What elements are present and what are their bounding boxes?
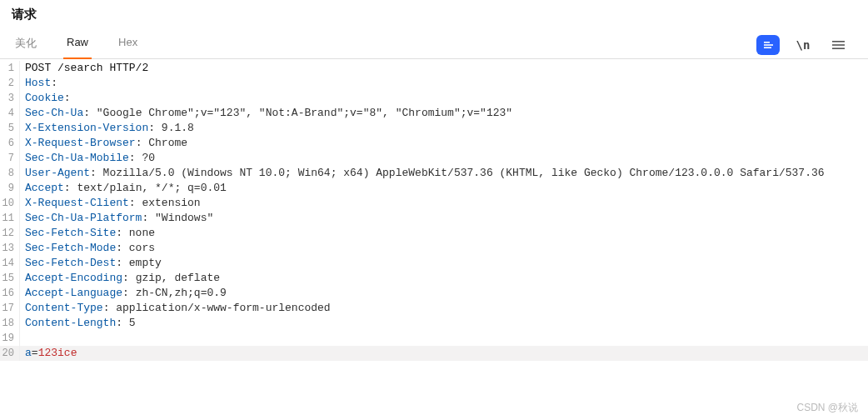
line-content[interactable]: Cookie: [20, 91, 868, 106]
code-line[interactable]: 17Content-Type: application/x-www-form-u… [0, 301, 868, 316]
svg-rect-3 [764, 47, 771, 48]
line-number: 15 [0, 271, 20, 286]
line-number: 6 [0, 136, 20, 151]
line-number: 2 [0, 76, 20, 91]
tab-bar: 美化RawHex \n [0, 26, 868, 59]
code-line[interactable]: 10X-Request-Client: extension [0, 196, 868, 211]
line-number: 8 [0, 166, 20, 181]
line-number: 20 [0, 346, 20, 361]
line-number: 13 [0, 241, 20, 256]
line-content[interactable]: Sec-Fetch-Mode: cors [20, 241, 868, 256]
line-content[interactable]: X-Request-Browser: Chrome [20, 136, 868, 151]
line-number: 12 [0, 226, 20, 241]
tab-raw[interactable]: Raw [63, 31, 92, 59]
line-content[interactable]: X-Extension-Version: 9.1.8 [20, 121, 868, 136]
line-content[interactable]: Content-Type: application/x-www-form-url… [20, 301, 868, 316]
line-number: 7 [0, 151, 20, 166]
line-number: 3 [0, 91, 20, 106]
code-line[interactable]: 7Sec-Ch-Ua-Mobile: ?0 [0, 151, 868, 166]
code-line[interactable]: 9Accept: text/plain, */*; q=0.01 [0, 181, 868, 196]
code-line[interactable]: 11Sec-Ch-Ua-Platform: "Windows" [0, 211, 868, 226]
line-number: 1 [0, 61, 20, 76]
code-line[interactable]: 2Host: [0, 76, 868, 91]
code-line[interactable]: 13Sec-Fetch-Mode: cors [0, 241, 868, 256]
tab-美化[interactable]: 美化 [12, 31, 40, 59]
svg-rect-1 [764, 42, 770, 43]
line-number: 16 [0, 286, 20, 301]
line-number: 4 [0, 106, 20, 121]
menu-icon[interactable] [826, 35, 850, 55]
svg-rect-5 [832, 44, 845, 46]
code-line[interactable]: 3Cookie: [0, 91, 868, 106]
line-content[interactable]: Sec-Ch-Ua: "Google Chrome";v="123", "Not… [20, 106, 868, 121]
line-number: 19 [0, 331, 20, 346]
line-content[interactable]: X-Request-Client: extension [20, 196, 868, 211]
code-line[interactable]: 15Accept-Encoding: gzip, deflate [0, 271, 868, 286]
line-content[interactable]: POST /search HTTP/2 [20, 61, 868, 76]
tabs-container: 美化RawHex [12, 31, 756, 58]
line-content[interactable]: Accept-Language: zh-CN,zh;q=0.9 [20, 286, 868, 301]
code-line[interactable]: 12Sec-Fetch-Site: none [0, 226, 868, 241]
line-content[interactable] [20, 331, 868, 346]
newline-toggle-icon[interactable]: \n [791, 35, 815, 55]
code-line[interactable]: 5X-Extension-Version: 9.1.8 [0, 121, 868, 136]
line-content[interactable]: a=123ice [20, 346, 868, 361]
line-content[interactable]: User-Agent: Mozilla/5.0 (Windows NT 10.0… [20, 166, 868, 181]
line-content[interactable]: Accept-Encoding: gzip, deflate [20, 271, 868, 286]
code-line[interactable]: 14Sec-Fetch-Dest: empty [0, 256, 868, 271]
line-number: 17 [0, 301, 20, 316]
layout-icon[interactable] [756, 35, 780, 55]
svg-rect-6 [832, 48, 845, 49]
code-line[interactable]: 6X-Request-Browser: Chrome [0, 136, 868, 151]
code-editor[interactable]: 1POST /search HTTP/22Host: 3Cookie: 4Sec… [0, 59, 868, 361]
code-line[interactable]: 4Sec-Ch-Ua: "Google Chrome";v="123", "No… [0, 106, 868, 121]
tab-actions: \n [756, 35, 856, 55]
tab-hex[interactable]: Hex [115, 31, 141, 59]
line-content[interactable]: Sec-Fetch-Dest: empty [20, 256, 868, 271]
watermark: CSDN @秋说 [796, 401, 858, 415]
code-line[interactable]: 18Content-Length: 5 [0, 316, 868, 331]
line-number: 5 [0, 121, 20, 136]
svg-rect-2 [764, 44, 773, 46]
line-content[interactable]: Sec-Ch-Ua-Platform: "Windows" [20, 211, 868, 226]
panel-header: 请求 [0, 0, 868, 26]
code-line[interactable]: 19 [0, 331, 868, 346]
line-content[interactable]: Sec-Fetch-Site: none [20, 226, 868, 241]
code-line[interactable]: 16Accept-Language: zh-CN,zh;q=0.9 [0, 286, 868, 301]
line-number: 9 [0, 181, 20, 196]
line-content[interactable]: Content-Length: 5 [20, 316, 868, 331]
panel-title: 请求 [12, 7, 856, 22]
line-number: 11 [0, 211, 20, 226]
code-line[interactable]: 1POST /search HTTP/2 [0, 61, 868, 76]
line-content[interactable]: Sec-Ch-Ua-Mobile: ?0 [20, 151, 868, 166]
line-number: 10 [0, 196, 20, 211]
line-number: 18 [0, 316, 20, 331]
line-number: 14 [0, 256, 20, 271]
code-line[interactable]: 8User-Agent: Mozilla/5.0 (Windows NT 10.… [0, 166, 868, 181]
line-content[interactable]: Accept: text/plain, */*; q=0.01 [20, 181, 868, 196]
code-line[interactable]: 20a=123ice [0, 346, 868, 361]
svg-rect-4 [832, 41, 845, 42]
line-content[interactable]: Host: [20, 76, 868, 91]
